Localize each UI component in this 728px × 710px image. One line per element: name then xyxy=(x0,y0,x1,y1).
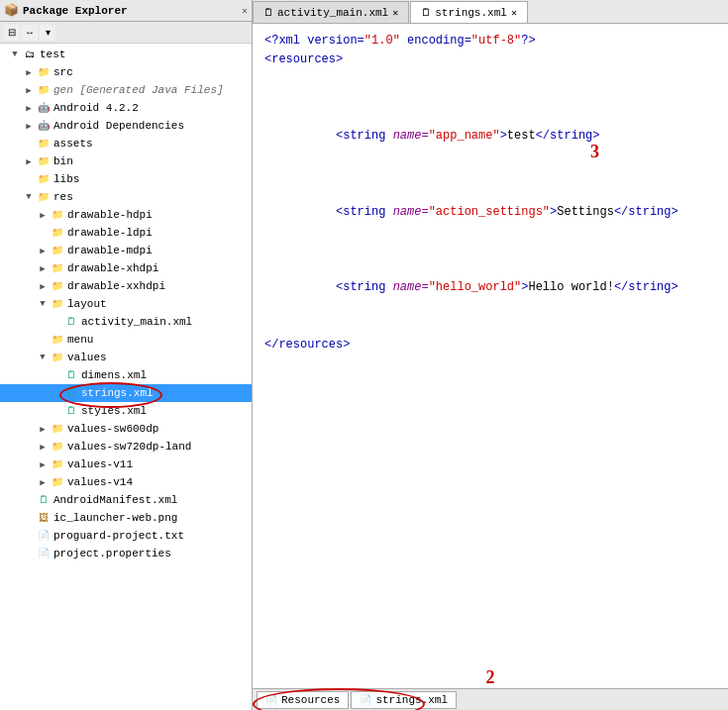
tab-close-activity-main[interactable]: ✕ xyxy=(392,7,398,19)
tree-item-dimens-xml[interactable]: 🗒 dimens.xml xyxy=(0,366,252,384)
file-icon-dimens: 🗒 xyxy=(63,367,79,383)
editor-scroll-area[interactable]: <?xml version="1.0" encoding="utf-8"?> <… xyxy=(253,24,728,667)
tab-strings-xml[interactable]: 🗒 strings.xml ✕ xyxy=(410,1,528,23)
expander-layout[interactable]: ▼ xyxy=(36,297,50,311)
expander-v14[interactable]: ▶ xyxy=(36,475,50,489)
tree-item-android422[interactable]: ▶ 🤖 Android 4.2.2 xyxy=(0,99,252,117)
tree-label-values: values xyxy=(67,352,107,363)
tree-item-test[interactable]: ▼ 🗂 test xyxy=(0,46,252,63)
file-tree[interactable]: ▼ 🗂 test ▶ 📁 src ▶ 📁 gen [Generated Java… xyxy=(0,44,252,710)
tree-item-src[interactable]: ▶ 📁 src xyxy=(0,63,252,81)
tree-item-values[interactable]: ▼ 📁 values xyxy=(0,349,252,366)
tree-item-libs[interactable]: 📁 libs xyxy=(0,170,252,188)
tree-item-layout[interactable]: ▼ 📁 layout xyxy=(0,295,252,313)
expander-drawable-xxhdpi[interactable]: ▶ xyxy=(36,279,50,293)
expander-styles xyxy=(50,404,63,418)
tree-item-androidmanifest-xml[interactable]: 🗒 AndroidManifest.xml xyxy=(0,491,252,509)
tree-item-activity-main-xml[interactable]: 🗒 activity_main.xml xyxy=(0,313,252,331)
tree-item-values-v14[interactable]: ▶ 📁 values-v14 xyxy=(0,473,252,491)
tree-label-androiddep: Android Dependencies xyxy=(53,120,184,132)
tree-label-gen: gen [Generated Java Files] xyxy=(53,84,224,96)
expander-bin[interactable]: ▶ xyxy=(22,154,36,168)
tree-label-libs: libs xyxy=(53,173,79,185)
expander-gen[interactable]: ▶ xyxy=(22,83,36,97)
expander-drawable-xhdpi[interactable]: ▶ xyxy=(36,261,50,275)
tree-item-ic-launcher[interactable]: 🖼 ic_launcher-web.png xyxy=(0,509,252,527)
file-icon-props: 📄 xyxy=(36,546,52,561)
folder-icon-drawable-hdpi: 📁 xyxy=(50,207,65,223)
folder-icon-sw600dp: 📁 xyxy=(50,421,65,437)
tree-label-activity-main: activity_main.xml xyxy=(81,316,192,328)
tab-activity-main-xml[interactable]: 🗒 activity_main.xml ✕ xyxy=(253,1,409,23)
tree-label-sw720dp: values-sw720dp-land xyxy=(67,441,191,453)
panel-title: Package Explorer xyxy=(23,5,238,17)
tree-label-props: project.properties xyxy=(53,548,171,559)
folder-icon-libs: 📁 xyxy=(36,171,52,187)
tree-item-bin[interactable]: ▶ 📁 bin xyxy=(0,152,252,170)
folder-icon-menu: 📁 xyxy=(50,332,65,348)
tree-item-values-sw720dp-land[interactable]: ▶ 📁 values-sw720dp-land xyxy=(0,438,252,456)
package-explorer-panel: 📦 Package Explorer ✕ ⊟ ↔ ▾ ▼ 🗂 test ▶ 📁 … xyxy=(0,0,253,710)
tree-item-assets[interactable]: 📁 assets xyxy=(0,135,252,152)
tree-item-strings-xml[interactable]: 🗒 strings.xml xyxy=(0,384,252,402)
file-icon-ic-launcher: 🖼 xyxy=(36,510,52,526)
tree-item-drawable-hdpi[interactable]: ▶ 📁 drawable-hdpi xyxy=(0,206,252,224)
expander-sw720dp[interactable]: ▶ xyxy=(36,440,50,454)
tree-item-res[interactable]: ▼ 📁 res xyxy=(0,188,252,206)
panel-close-icon[interactable]: ✕ xyxy=(242,5,248,17)
tree-label-drawable-hdpi: drawable-hdpi xyxy=(67,209,153,221)
editor-content[interactable]: <?xml version="1.0" encoding="utf-8"?> <… xyxy=(253,24,728,362)
file-icon-activity-main: 🗒 xyxy=(63,314,79,330)
expander-test[interactable]: ▼ xyxy=(8,48,22,61)
panel-toolbar: ⊟ ↔ ▾ xyxy=(0,22,252,44)
tree-label-proguard: proguard-project.txt xyxy=(53,530,184,542)
tab-close-strings-xml[interactable]: ✕ xyxy=(511,7,517,19)
collapse-all-button[interactable]: ⊟ xyxy=(4,25,20,41)
status-tab-strings-xml[interactable]: 📄 strings.xml xyxy=(351,691,457,709)
tree-label-menu: menu xyxy=(67,334,93,346)
expander-androiddep[interactable]: ▶ xyxy=(22,119,36,133)
tab-label-strings-xml: strings.xml xyxy=(435,7,507,19)
folder-icon-gen: 📁 xyxy=(36,82,52,98)
tree-item-values-sw600dp[interactable]: ▶ 📁 values-sw600dp xyxy=(0,420,252,438)
expander-drawable-mdpi[interactable]: ▶ xyxy=(36,244,50,257)
status-tabs-group: 📄 Resources 📄 strings.xml xyxy=(257,691,457,709)
tree-item-styles-xml[interactable]: 🗒 styles.xml xyxy=(0,402,252,420)
panel-header: 📦 Package Explorer ✕ xyxy=(0,0,252,22)
status-tab-resources[interactable]: 📄 Resources xyxy=(257,691,349,709)
expander-res[interactable]: ▼ xyxy=(22,190,36,204)
tree-label-android422: Android 4.2.2 xyxy=(53,102,139,114)
tree-item-proguard[interactable]: 📄 proguard-project.txt xyxy=(0,527,252,545)
folder-icon-values: 📁 xyxy=(50,350,65,365)
expander-src[interactable]: ▶ xyxy=(22,65,36,79)
tree-item-drawable-xhdpi[interactable]: ▶ 📁 drawable-xhdpi xyxy=(0,259,252,277)
folder-icon-src: 📁 xyxy=(36,64,52,80)
editor-tab-bar: 🗒 activity_main.xml ✕ 🗒 strings.xml ✕ xyxy=(253,0,728,24)
expander-sw600dp[interactable]: ▶ xyxy=(36,422,50,436)
tree-item-project-props[interactable]: 📄 project.properties xyxy=(0,545,252,562)
tree-item-drawable-ldpi[interactable]: 📁 drawable-ldpi xyxy=(0,224,252,242)
tree-item-drawable-xxhdpi[interactable]: ▶ 📁 drawable-xxhdpi xyxy=(0,277,252,295)
tree-label-assets: assets xyxy=(53,138,93,150)
tab-label-activity-main: activity_main.xml xyxy=(277,7,388,19)
file-icon-styles: 🗒 xyxy=(63,403,79,419)
expander-android422[interactable]: ▶ xyxy=(22,101,36,115)
tree-item-androiddep[interactable]: ▶ 🤖 Android Dependencies xyxy=(0,117,252,135)
expander-manifest xyxy=(22,493,36,507)
tree-label-layout: layout xyxy=(67,298,107,310)
expander-values[interactable]: ▼ xyxy=(36,351,50,364)
xml-line-empty1 xyxy=(264,69,716,88)
status-bar: 📄 Resources 📄 strings.xml xyxy=(253,688,728,710)
toolbar-menu-button[interactable]: ▾ xyxy=(40,25,55,41)
tree-item-values-v11[interactable]: ▶ 📁 values-v11 xyxy=(0,456,252,473)
tree-item-menu[interactable]: 📁 menu xyxy=(0,331,252,349)
file-icon-proguard: 📄 xyxy=(36,528,52,544)
tree-item-gen[interactable]: ▶ 📁 gen [Generated Java Files] xyxy=(0,81,252,99)
link-editor-button[interactable]: ↔ xyxy=(22,25,38,41)
resources-tab-label: Resources xyxy=(281,694,340,706)
expander-drawable-hdpi[interactable]: ▶ xyxy=(36,208,50,222)
expander-v11[interactable]: ▶ xyxy=(36,457,50,471)
android-icon-422: 🤖 xyxy=(36,100,52,116)
expander-assets xyxy=(22,137,36,151)
tree-item-drawable-mdpi[interactable]: ▶ 📁 drawable-mdpi xyxy=(0,242,252,259)
